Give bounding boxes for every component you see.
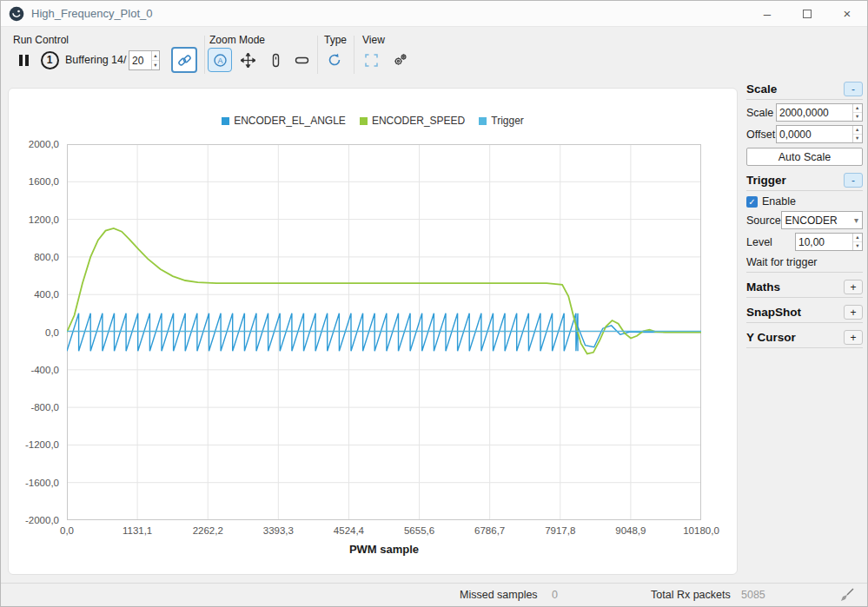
- spin-up-icon[interactable]: ▴: [853, 126, 863, 135]
- x-tick-label: 7917,8: [545, 525, 575, 536]
- total-rx-value: 5085: [741, 589, 765, 601]
- y-cursor-expand-button[interactable]: +: [844, 330, 863, 345]
- spin-down-icon[interactable]: ▾: [853, 242, 862, 250]
- plot-settings-button[interactable]: [388, 48, 413, 72]
- type-group-label: Type: [324, 34, 347, 46]
- auto-scale-button[interactable]: Auto Scale: [746, 148, 863, 166]
- y-tick-label: -1200,0: [25, 439, 59, 450]
- legend-item-Trigger[interactable]: Trigger: [479, 115, 524, 127]
- title-bar: High_Frequency_Plot_0 – ×: [1, 1, 867, 27]
- legend-label: ENCODER_EL_ANGLE: [234, 115, 346, 127]
- scale-spinbox[interactable]: ▴ ▾: [776, 103, 863, 122]
- zoom-auto-icon: A: [213, 53, 228, 68]
- trigger-enable-checkbox[interactable]: ✓: [746, 196, 758, 208]
- spin-up-icon[interactable]: ▴: [853, 234, 862, 242]
- zoom-mode-group-label: Zoom Mode: [209, 34, 265, 46]
- trigger-collapse-button[interactable]: -: [844, 173, 863, 188]
- level-spin-arrows: ▴ ▾: [852, 234, 862, 250]
- zoom-horizontal-button[interactable]: [289, 48, 314, 72]
- y-tick-label: -400,0: [30, 365, 59, 375]
- y-cursor-section-title: Y Cursor: [746, 331, 796, 344]
- buffer-count-arrows: ▴ ▾: [151, 51, 159, 69]
- maths-section-header: Maths +: [746, 279, 863, 298]
- scale-collapse-button[interactable]: -: [844, 82, 863, 96]
- x-tick-label: 1131,1: [123, 525, 152, 536]
- trigger-status-text: Wait for trigger: [746, 256, 863, 273]
- chevron-down-icon: ▾: [854, 215, 858, 225]
- trigger-level-row: Level ▴ ▾: [746, 233, 863, 251]
- spin-up-icon[interactable]: ▴: [152, 51, 159, 61]
- vertical-zoom-icon: [268, 53, 283, 68]
- x-tick-label: 4524,4: [334, 525, 364, 536]
- window-title: High_Frequency_Plot_0: [31, 7, 152, 20]
- y-tick-label: 800,0: [34, 252, 59, 262]
- maths-expand-button[interactable]: +: [844, 280, 863, 294]
- offset-input[interactable]: [777, 126, 852, 142]
- buffer-count-input[interactable]: [129, 51, 151, 69]
- x-tick-label: 5655,6: [404, 525, 434, 536]
- trigger-enable-row: ✓ Enable: [746, 195, 863, 208]
- zoom-xy-button[interactable]: [235, 48, 260, 72]
- scale-field-row: Scale ▴ ▾: [746, 103, 863, 122]
- close-button[interactable]: ×: [827, 1, 867, 26]
- fit-view-button[interactable]: [359, 48, 383, 72]
- trigger-level-label: Level: [746, 236, 772, 248]
- trigger-level-spinbox[interactable]: ▴ ▾: [795, 233, 863, 251]
- pause-button[interactable]: [11, 48, 36, 72]
- pause-icon: [19, 55, 29, 66]
- scale-input[interactable]: [777, 104, 852, 121]
- minimize-button[interactable]: –: [747, 1, 787, 26]
- zoom-vertical-button[interactable]: [263, 48, 288, 72]
- app-window: High_Frequency_Plot_0 – × Run Control 1 …: [0, 0, 868, 607]
- toolbar-separator: [204, 36, 205, 74]
- snapshot-expand-button[interactable]: +: [844, 305, 863, 320]
- trigger-level-input[interactable]: [796, 234, 852, 250]
- spin-down-icon[interactable]: ▾: [853, 113, 863, 121]
- plot-type-button[interactable]: [322, 48, 347, 72]
- offset-spinbox[interactable]: ▴ ▾: [776, 125, 863, 143]
- scale-field-label: Scale: [746, 107, 773, 119]
- buffer-count-spinbox[interactable]: ▴ ▾: [129, 50, 160, 70]
- spin-down-icon[interactable]: ▾: [853, 135, 863, 142]
- run-control-group-label: Run Control: [13, 34, 69, 46]
- scale-section-header: Scale -: [746, 81, 863, 100]
- y-axis-labels: 2000,01600,01200,0800,0400,00,0-400,0-80…: [9, 144, 63, 520]
- move-crosshair-icon: [241, 53, 255, 68]
- trigger-section-header: Trigger -: [746, 172, 863, 191]
- snapshot-section-header: SnapShot +: [746, 304, 863, 323]
- scale-section-title: Scale: [746, 82, 777, 96]
- chart-area[interactable]: [67, 144, 701, 520]
- offset-field-label: Offset: [746, 129, 775, 141]
- legend-swatch: [479, 117, 487, 125]
- single-shot-button[interactable]: 1: [37, 48, 62, 72]
- spin-up-icon[interactable]: ▴: [853, 104, 863, 113]
- offset-spin-arrows: ▴ ▾: [852, 126, 863, 142]
- side-panel: Scale - Scale ▴ ▾ Offset ▴ ▾ Au: [746, 81, 863, 348]
- fit-screen-icon: [364, 53, 379, 68]
- spin-down-icon[interactable]: ▾: [152, 61, 159, 69]
- chart-svg[interactable]: [67, 144, 701, 520]
- legend-item-ENCODER_SPEED[interactable]: ENCODER_SPEED: [360, 115, 465, 127]
- horizontal-zoom-icon: [295, 53, 309, 68]
- zoom-auto-button[interactable]: A: [208, 48, 232, 72]
- window-controls: – ×: [747, 1, 867, 26]
- trigger-source-label: Source: [746, 214, 781, 227]
- maths-section-title: Maths: [746, 280, 780, 294]
- y-tick-label: -1600,0: [25, 478, 59, 488]
- offset-field-row: Offset ▴ ▾: [746, 125, 863, 143]
- x-tick-label: 2262,2: [193, 525, 223, 536]
- x-tick-label: 3393,3: [263, 525, 294, 536]
- y-tick-label: -2000,0: [25, 515, 59, 525]
- trigger-source-value: ENCODER: [785, 214, 838, 227]
- trigger-source-select[interactable]: ENCODER ▾: [781, 211, 863, 229]
- scale-spin-arrows: ▴ ▾: [852, 104, 863, 121]
- clear-icon[interactable]: [839, 587, 855, 603]
- buffer-current-label: 14/: [111, 54, 126, 66]
- maximize-button[interactable]: [787, 1, 827, 26]
- y-cursor-section-header: Y Cursor +: [746, 329, 863, 348]
- y-tick-label: 400,0: [34, 289, 59, 300]
- y-tick-label: -800,0: [30, 402, 59, 412]
- legend-item-ENCODER_EL_ANGLE[interactable]: ENCODER_EL_ANGLE: [222, 115, 346, 127]
- svg-text:A: A: [217, 56, 222, 64]
- link-plots-button[interactable]: [171, 47, 197, 73]
